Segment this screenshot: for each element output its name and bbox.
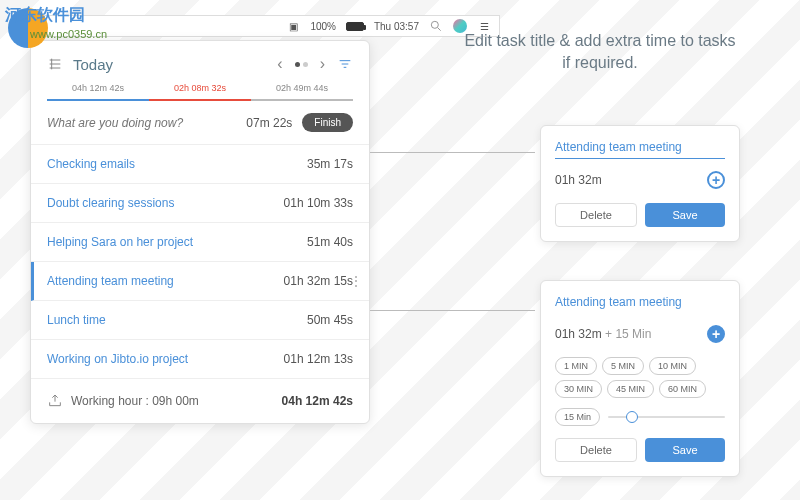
time-chip[interactable]: 10 MIN bbox=[649, 357, 696, 375]
time-chips: 1 MIN 5 MIN 10 MIN 30 MIN 45 MIN 60 MIN bbox=[555, 357, 725, 398]
time-chip[interactable]: 30 MIN bbox=[555, 380, 602, 398]
segment-1[interactable]: 04h 12m 42s bbox=[47, 83, 149, 101]
working-hour-label: Working hour : 09h 00m bbox=[71, 394, 199, 408]
segment-2[interactable]: 02h 08m 32s bbox=[149, 83, 251, 101]
delete-button[interactable]: Delete bbox=[555, 438, 637, 462]
battery-percent: 100% bbox=[310, 21, 336, 32]
edit-title-input[interactable]: Attending team meeting bbox=[555, 295, 725, 313]
time-chip[interactable]: 60 MIN bbox=[659, 380, 706, 398]
save-button[interactable]: Save bbox=[645, 203, 725, 227]
time-chip[interactable]: 5 MIN bbox=[602, 357, 644, 375]
connector-line bbox=[370, 152, 535, 153]
panel-header: Today ‹ › bbox=[31, 41, 369, 83]
extra-time-value: + 15 Min bbox=[605, 327, 651, 341]
panel-footer: Working hour : 09h 00m 04h 12m 42s bbox=[31, 379, 369, 423]
export-icon[interactable] bbox=[47, 393, 63, 409]
time-slider[interactable] bbox=[608, 416, 725, 418]
chevron-left-icon[interactable]: ‹ bbox=[277, 55, 282, 73]
task-row[interactable]: Doubt clearing sessions01h 10m 33s bbox=[31, 184, 369, 223]
timeline-icon[interactable] bbox=[47, 56, 63, 72]
svg-line-1 bbox=[438, 28, 441, 31]
watermark-title: 河东软件园 bbox=[5, 5, 85, 26]
panel-title: Today bbox=[73, 56, 113, 73]
chevron-right-icon[interactable]: › bbox=[320, 55, 325, 73]
segment-3[interactable]: 02h 49m 44s bbox=[251, 83, 353, 101]
task-row[interactable]: Checking emails35m 17s bbox=[31, 145, 369, 184]
battery-icon bbox=[346, 22, 364, 31]
task-row[interactable]: Lunch time50m 45s bbox=[31, 301, 369, 340]
connector-line bbox=[370, 310, 535, 311]
current-task-input[interactable] bbox=[47, 116, 236, 130]
tracker-panel: Today ‹ › 04h 12m 42s 02h 08m 32s 02h 49… bbox=[30, 40, 370, 424]
delete-button[interactable]: Delete bbox=[555, 203, 637, 227]
slider-value-chip: 15 Min bbox=[555, 408, 600, 426]
menubar-datetime: Thu 03:57 bbox=[374, 21, 419, 32]
app-tray-icon[interactable]: ▣ bbox=[286, 19, 300, 33]
save-button[interactable]: Save bbox=[645, 438, 725, 462]
edit-task-card-expanded: Attending team meeting 01h 32m + 15 Min … bbox=[540, 280, 740, 477]
task-row-selected[interactable]: Attending team meeting01h 32m 15s bbox=[31, 262, 369, 301]
task-row[interactable]: Working on Jibto.io project01h 12m 13s bbox=[31, 340, 369, 379]
search-icon[interactable] bbox=[429, 19, 443, 33]
watermark-url: www.pc0359.cn bbox=[30, 28, 107, 40]
edit-time-value: 01h 32m bbox=[555, 327, 602, 341]
svg-point-0 bbox=[431, 21, 438, 28]
edit-task-card: Attending team meeting 01h 32m + Delete … bbox=[540, 125, 740, 242]
current-elapsed: 07m 22s bbox=[246, 116, 292, 130]
time-chip[interactable]: 1 MIN bbox=[555, 357, 597, 375]
current-task-row: 07m 22s Finish bbox=[31, 101, 369, 145]
total-time: 04h 12m 42s bbox=[282, 394, 353, 408]
time-segments: 04h 12m 42s 02h 08m 32s 02h 49m 44s bbox=[31, 83, 369, 101]
slider-thumb[interactable] bbox=[626, 411, 638, 423]
edit-time-value[interactable]: 01h 32m bbox=[555, 173, 602, 187]
add-time-icon[interactable]: + bbox=[707, 171, 725, 189]
edit-title-input[interactable]: Attending team meeting bbox=[555, 140, 725, 159]
feature-headline: Edit task title & add extra time to task… bbox=[460, 30, 740, 75]
task-row[interactable]: Helping Sara on her project51m 40s bbox=[31, 223, 369, 262]
add-time-icon[interactable]: + bbox=[707, 325, 725, 343]
time-chip[interactable]: 45 MIN bbox=[607, 380, 654, 398]
finish-button[interactable]: Finish bbox=[302, 113, 353, 132]
filter-icon[interactable] bbox=[337, 56, 353, 72]
page-dots[interactable] bbox=[295, 62, 308, 67]
